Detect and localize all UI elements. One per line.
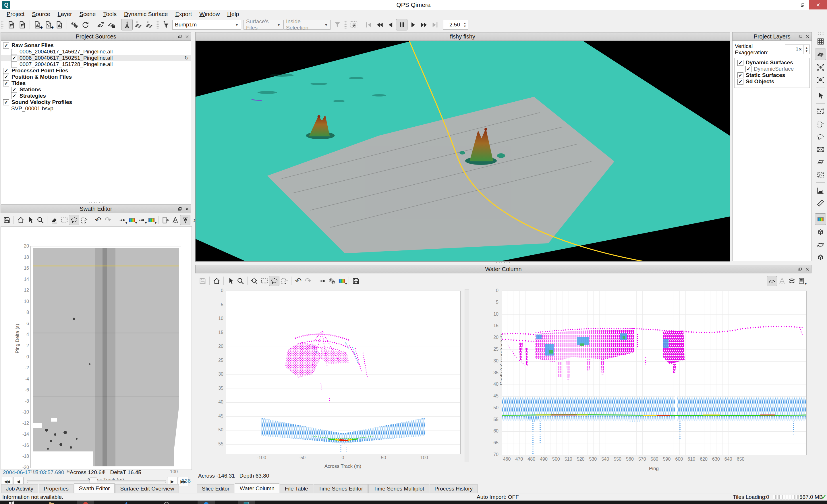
wc-ping-plot[interactable]: [502, 291, 807, 455]
point-display-icon[interactable]: [317, 276, 327, 286]
tree-item-tides[interactable]: ✓Tides: [1, 80, 191, 87]
taskbar-app-icon[interactable]: [163, 501, 170, 504]
swath-image[interactable]: [31, 246, 181, 468]
windows-start-icon[interactable]: [8, 501, 15, 504]
home-icon[interactable]: [16, 215, 26, 225]
menu-project[interactable]: Project: [3, 10, 28, 18]
checkbox[interactable]: ✓: [3, 99, 9, 105]
select-points-icon[interactable]: [815, 169, 826, 180]
grid-display-icon[interactable]: [815, 36, 826, 47]
undo-icon[interactable]: ↶: [293, 276, 303, 286]
tab-water-column[interactable]: Water Column: [235, 483, 279, 493]
close-button[interactable]: [809, 0, 827, 9]
zoom-icon[interactable]: [35, 215, 45, 225]
select-polygon-icon[interactable]: [279, 276, 289, 286]
checkbox[interactable]: ✓: [3, 68, 9, 74]
taskbar-app-icon[interactable]: [123, 501, 130, 504]
tab-properties[interactable]: Properties: [39, 484, 74, 493]
cursor-select-icon[interactable]: [26, 215, 35, 225]
spinner-arrows-icon[interactable]: ▲▼: [804, 45, 810, 54]
bounding-box-display-icon[interactable]: [815, 252, 826, 263]
tree-item-0006-20040617-150251-pingeline-all[interactable]: ✓0006_20040617_150251_Pingeline.all↻: [1, 55, 191, 61]
tab-slice-editor[interactable]: Slice Editor: [197, 484, 234, 493]
colormap-select-icon[interactable]: ▾: [337, 276, 347, 286]
zoom-extents-scene-icon[interactable]: [815, 74, 826, 85]
checkbox[interactable]: ✓: [737, 79, 743, 85]
menu-dynamic-surface[interactable]: Dynamic Surface: [120, 10, 172, 18]
checkbox[interactable]: ✓: [3, 43, 9, 49]
vertical-exaggeration-spinner[interactable]: 1× ▲▼: [785, 45, 810, 54]
float-panel-icon[interactable]: [798, 267, 802, 271]
tree-item-static-surfaces[interactable]: ✓Static Surfaces: [735, 72, 810, 79]
reject-rectangle-icon[interactable]: [59, 215, 69, 225]
surface-combo[interactable]: Bump1m▼: [172, 20, 241, 30]
project-sources-tree[interactable]: ✓Raw Sonar Files0005_20040617_145627_Pin…: [1, 41, 191, 204]
cursor-select-icon[interactable]: [815, 90, 826, 101]
taskbar-app-icon[interactable]: [243, 501, 250, 504]
display-settings-icon[interactable]: [327, 276, 337, 286]
taskbar-app-icon[interactable]: [82, 501, 89, 504]
scene-3d-view[interactable]: [195, 41, 730, 262]
measure-tool-icon[interactable]: [815, 198, 826, 208]
checkbox[interactable]: ✓: [11, 87, 17, 93]
reject-polygon-icon[interactable]: [79, 215, 89, 225]
checkbox[interactable]: ✓: [3, 74, 9, 80]
scatter-view-icon[interactable]: [767, 276, 777, 286]
reject-lasso-icon[interactable]: [69, 215, 79, 225]
toolbar-grip[interactable]: [1, 20, 4, 29]
close-panel-icon[interactable]: [185, 207, 189, 211]
toolbar-grip[interactable]: [816, 32, 825, 35]
file-explorer-icon[interactable]: [48, 501, 55, 504]
tree-item-sd-objects[interactable]: ✓Sd Objects: [735, 79, 810, 85]
selection-settings-icon[interactable]: [348, 19, 359, 30]
tree-item-dynamicsurface[interactable]: ✓DynamicSurface: [735, 66, 810, 72]
eraser-icon[interactable]: [49, 215, 59, 225]
home-icon[interactable]: [212, 276, 222, 286]
checkbox[interactable]: ✓: [737, 72, 743, 79]
tree-item-sound-velocity-profiles[interactable]: ✓Sound Velocity Profiles: [1, 99, 191, 105]
undo-icon[interactable]: ↶: [93, 215, 103, 225]
open-surface-file-icon[interactable]: [17, 19, 28, 30]
select-plane-icon[interactable]: [815, 144, 826, 155]
tab-process-history[interactable]: Process History: [430, 484, 478, 493]
restore-button[interactable]: [796, 0, 809, 9]
pause-icon[interactable]: [396, 19, 407, 31]
selection-combo[interactable]: Inside Selection▼: [283, 20, 331, 30]
reject-colormap-icon[interactable]: ▾: [146, 215, 156, 225]
rotate-scene-icon[interactable]: [815, 239, 826, 250]
close-panel-icon[interactable]: [805, 267, 810, 271]
accept-points-icon[interactable]: ▾: [117, 215, 127, 225]
zoom-icon[interactable]: [236, 276, 245, 286]
close-panel-icon[interactable]: [185, 35, 189, 39]
tree-item-position-motion-files[interactable]: ✓Position & Motion Files: [1, 74, 191, 80]
menu-tools[interactable]: Tools: [99, 10, 120, 18]
horizontal-splitter[interactable]: [1, 201, 191, 204]
tree-item-dynamic-surfaces[interactable]: ✓Dynamic Surfaces: [735, 59, 810, 66]
select-polygon-icon[interactable]: [815, 118, 826, 130]
swath-editor-tool-icon[interactable]: [121, 19, 133, 31]
playback-speed-spinner[interactable]: 2.50 ▲▼: [443, 20, 468, 30]
checkbox[interactable]: [11, 49, 17, 55]
project-layers-tree[interactable]: ✓Dynamic Surfaces✓DynamicSurface✓Static …: [734, 58, 810, 88]
beam-fan-icon[interactable]: [170, 215, 180, 225]
processing-settings-icon[interactable]: [69, 19, 80, 30]
checkbox[interactable]: ✓: [11, 93, 17, 99]
tree-item-svp-00001-bsvp[interactable]: SVP_00001.bsvp: [1, 105, 191, 112]
menu-export[interactable]: Export: [172, 10, 196, 18]
refresh-icon[interactable]: ↻: [184, 55, 189, 61]
float-panel-icon[interactable]: [178, 207, 182, 211]
patch-test-tool-icon[interactable]: [144, 19, 154, 30]
beam-flat-icon[interactable]: [180, 215, 190, 225]
profile-tool-icon[interactable]: [815, 185, 826, 196]
reject-points-icon[interactable]: ▾: [137, 215, 146, 225]
pick-ping-icon[interactable]: [249, 276, 259, 286]
tree-item-raw-sonar-files[interactable]: ✓Raw Sonar Files: [1, 42, 191, 49]
select-slice-icon[interactable]: [815, 156, 826, 167]
add-raw-sonar-files-icon[interactable]: +: [32, 19, 43, 30]
grid-3d-display-icon[interactable]: [815, 226, 826, 238]
export-sonar-icon[interactable]: [351, 276, 361, 286]
tree-item-strategies[interactable]: ✓Strategies: [1, 93, 191, 99]
tab-surface-edit-overview[interactable]: Surface Edit Overview: [115, 484, 179, 493]
rebuild-dynamic-surface-icon[interactable]: [95, 19, 106, 30]
flag-exit-icon[interactable]: [160, 215, 170, 225]
